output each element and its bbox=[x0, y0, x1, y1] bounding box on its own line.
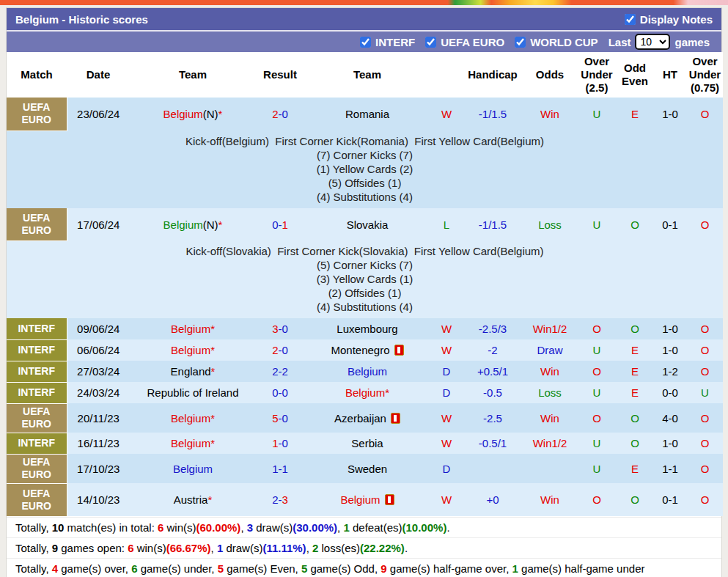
red-card-icon bbox=[391, 413, 400, 424]
match-notes: Kick-off(Belgium) First Corner Kick(Roma… bbox=[7, 131, 723, 208]
filter-checkbox-world-cup[interactable]: WORLD CUP bbox=[515, 36, 598, 48]
league-badge: UEFA EURO bbox=[7, 98, 67, 131]
note-line: Kick-off(Belgium) First Corner Kick(Roma… bbox=[7, 134, 723, 148]
column-header-handicap: Handicap bbox=[463, 52, 523, 98]
home-team: Belgium* bbox=[130, 339, 256, 361]
over-under-0-75: O bbox=[687, 433, 723, 454]
over-under-0-75: O bbox=[687, 339, 723, 361]
over-under-2-5: O bbox=[577, 403, 617, 433]
home-team: Belgium(N)* bbox=[130, 208, 256, 241]
score: 2-2 bbox=[256, 361, 304, 382]
odds-result: Loss bbox=[523, 382, 577, 403]
note-line: (5) Offsides (1) bbox=[7, 176, 723, 190]
column-header-match: Match bbox=[7, 52, 67, 98]
match-row: INTERF27/03/24England*2-2BelgiumD+0.5/1W… bbox=[7, 361, 723, 382]
score: 2-0 bbox=[256, 98, 304, 131]
half-time-score: 1-1 bbox=[653, 454, 687, 483]
historic-scores-table: MatchDateTeamResultTeamHandicapOddsOver … bbox=[7, 52, 723, 517]
display-notes-checkbox[interactable] bbox=[625, 14, 636, 25]
score: 1-1 bbox=[256, 454, 304, 483]
filter-label: UEFA EURO bbox=[441, 36, 504, 48]
odds-result bbox=[523, 454, 577, 483]
handicap-value: -1/1.5 bbox=[463, 208, 523, 241]
match-row: UEFA EURO17/06/24Belgium(N)*0-1SlovakiaL… bbox=[7, 208, 723, 241]
half-time-score: 0-0 bbox=[653, 382, 687, 403]
score: 0-0 bbox=[256, 382, 304, 403]
match-row: INTERF24/03/24Republic of Ireland0-0Belg… bbox=[7, 382, 723, 403]
match-date: 16/11/23 bbox=[67, 433, 130, 454]
note-line: Kick-off(Slovakia) First Corner Kick(Slo… bbox=[7, 244, 723, 258]
note-line: (2) Offsides (1) bbox=[7, 286, 723, 300]
filter-checkbox-interf[interactable]: INTERF bbox=[360, 36, 415, 48]
odds-result: Win bbox=[523, 483, 577, 516]
checkbox-input[interactable] bbox=[425, 37, 436, 48]
match-row: INTERF16/11/23Belgium*1-0SerbiaW-0.5/1Wi… bbox=[7, 433, 723, 454]
note-line: (4) Substitutions (4) bbox=[7, 300, 723, 314]
score: 2-0 bbox=[256, 339, 304, 361]
over-under-0-75: O bbox=[687, 361, 723, 382]
match-date: 23/06/24 bbox=[67, 98, 130, 131]
league-badge: INTERF bbox=[7, 433, 67, 454]
odds-result: Draw bbox=[523, 339, 577, 361]
title-bar: Belgium - Historic scores Display Notes bbox=[7, 8, 721, 32]
league-badge: INTERF bbox=[7, 318, 67, 339]
over-under-0-75: O bbox=[687, 98, 723, 131]
away-team: Belgium bbox=[304, 361, 430, 382]
over-under-2-5: O bbox=[577, 318, 617, 339]
over-under-2-5: O bbox=[577, 361, 617, 382]
over-under-0-75: O bbox=[687, 454, 723, 483]
note-line: (7) Corner Kicks (7) bbox=[7, 148, 723, 162]
league-filter-group: INTERFUEFA EUROWORLD CUP bbox=[360, 36, 598, 48]
match-date: 06/06/24 bbox=[67, 339, 130, 361]
odd-even: O bbox=[617, 433, 653, 454]
top-banner-strip bbox=[0, 0, 728, 5]
last-label: Last bbox=[608, 36, 631, 48]
table-header-row: MatchDateTeamResultTeamHandicapOddsOver … bbox=[7, 52, 723, 98]
column-header-odd-even: Odd Even bbox=[617, 52, 653, 98]
over-under-0-75: O bbox=[687, 403, 723, 433]
league-badge: UEFA EURO bbox=[7, 208, 67, 241]
home-team: Belgium* bbox=[130, 433, 256, 454]
note-line: (5) Corner Kicks (7) bbox=[7, 258, 723, 272]
half-time-score: 4-0 bbox=[653, 403, 687, 433]
half-time-score: 0-1 bbox=[653, 208, 687, 241]
games-count-select[interactable]: 10 bbox=[635, 34, 670, 50]
home-team: England* bbox=[130, 361, 256, 382]
odd-even: O bbox=[617, 483, 653, 516]
wdl-result: W bbox=[430, 403, 463, 433]
handicap-value: -2.5 bbox=[463, 403, 523, 433]
half-time-score: 1-2 bbox=[653, 361, 687, 382]
column-header-ht: HT bbox=[653, 52, 687, 98]
wdl-result: W bbox=[430, 483, 463, 516]
checkbox-input[interactable] bbox=[515, 37, 526, 48]
wdl-result: L bbox=[430, 208, 463, 241]
wdl-result: D bbox=[430, 454, 463, 483]
match-date: 17/06/24 bbox=[67, 208, 130, 241]
red-card-icon bbox=[394, 345, 404, 356]
score: 2-3 bbox=[256, 483, 304, 516]
wdl-result: W bbox=[430, 433, 463, 454]
league-badge: UEFA EURO bbox=[7, 454, 67, 483]
handicap-value: -0.5/1 bbox=[463, 433, 523, 454]
handicap-value: +0.5/1 bbox=[463, 361, 523, 382]
odds-result: Win bbox=[523, 98, 577, 131]
handicap-value: -0.5 bbox=[463, 382, 523, 403]
handicap-value: -2.5/3 bbox=[463, 318, 523, 339]
odd-even: E bbox=[617, 382, 653, 403]
summary-line: Totally, 10 match(es) in total: 6 win(s)… bbox=[7, 517, 721, 537]
display-notes-toggle[interactable]: Display Notes bbox=[625, 13, 713, 26]
filter-checkbox-uefa-euro[interactable]: UEFA EURO bbox=[425, 36, 504, 48]
match-date: 24/03/24 bbox=[67, 382, 130, 403]
over-under-0-75: O bbox=[687, 483, 723, 516]
half-time-score: 1-0 bbox=[653, 339, 687, 361]
home-team: Belgium* bbox=[130, 318, 256, 339]
away-team: Azerbaijan bbox=[304, 403, 430, 433]
score: 3-0 bbox=[256, 318, 304, 339]
odds-result: Loss bbox=[523, 208, 577, 241]
column-header-over-under-2.5-: Over Under (2.5) bbox=[577, 52, 617, 98]
match-notes: Kick-off(Slovakia) First Corner Kick(Slo… bbox=[7, 241, 723, 319]
filter-label: WORLD CUP bbox=[530, 36, 598, 48]
summary-section: Totally, 10 match(es) in total: 6 win(s)… bbox=[7, 517, 721, 577]
checkbox-input[interactable] bbox=[360, 37, 371, 48]
odds-result: Win bbox=[523, 361, 577, 382]
